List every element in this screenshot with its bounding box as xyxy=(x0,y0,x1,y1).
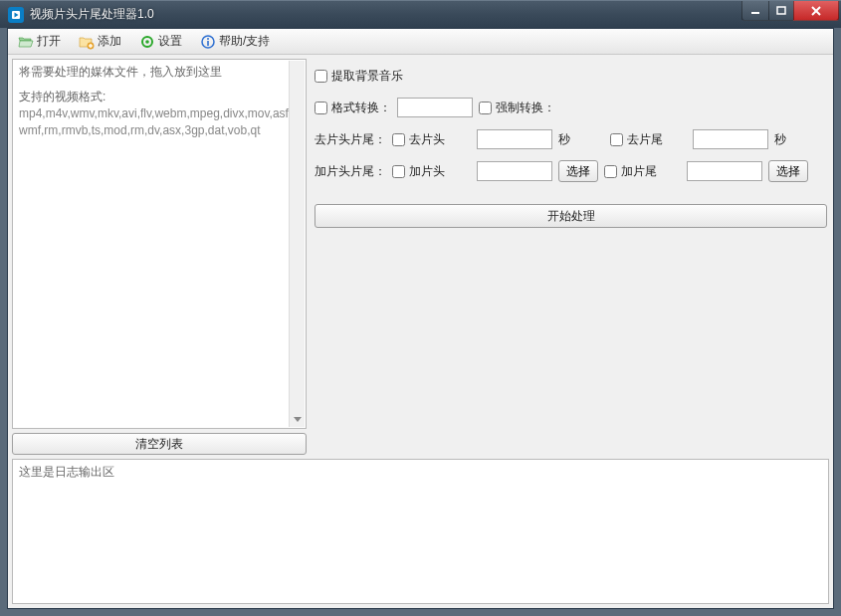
info-icon xyxy=(200,34,216,50)
trim-tail-input[interactable] xyxy=(610,133,623,146)
select-tail-button[interactable]: 选择 xyxy=(768,160,808,182)
format-value-input[interactable] xyxy=(397,98,473,117)
extract-bgm-input[interactable] xyxy=(315,70,327,83)
close-button[interactable] xyxy=(793,1,839,21)
trim-tail-label: 去片尾 xyxy=(627,131,663,148)
client-area: 打开 添加 设置 帮助/支持 xyxy=(7,28,834,609)
add-head-input[interactable] xyxy=(392,165,405,178)
formats-title: 支持的视频格式: xyxy=(19,89,300,105)
maximize-button[interactable] xyxy=(768,1,794,21)
scroll-down-icon[interactable] xyxy=(290,411,305,427)
add-head-checkbox[interactable]: 加片头 xyxy=(392,163,445,180)
log-output[interactable]: 这里是日志输出区 xyxy=(12,459,829,604)
force-convert-checkbox[interactable]: 强制转换： xyxy=(479,100,555,116)
svg-rect-13 xyxy=(207,41,209,46)
trim-head-checkbox[interactable]: 去片头 xyxy=(392,131,445,148)
trim-row-label: 去片头片尾： xyxy=(315,131,386,148)
folder-add-icon xyxy=(79,34,95,50)
svg-point-10 xyxy=(145,40,149,44)
add-label: 添加 xyxy=(98,33,121,50)
trim-head-input[interactable] xyxy=(392,133,405,146)
formats-list: mp4,m4v,wmv,mkv,avi,flv,webm,mpeg,divx,m… xyxy=(19,105,300,139)
help-label: 帮助/支持 xyxy=(219,33,270,50)
left-column: 将需要处理的媒体文件，拖入放到这里 支持的视频格式: mp4,m4v,wmv,m… xyxy=(12,59,307,455)
add-tail-input[interactable] xyxy=(604,165,617,178)
svg-point-12 xyxy=(207,38,209,40)
start-process-button[interactable]: 开始处理 xyxy=(315,204,827,228)
svg-rect-3 xyxy=(777,7,785,14)
svg-marker-14 xyxy=(294,417,302,422)
gear-icon xyxy=(139,34,155,50)
trim-head-value[interactable] xyxy=(477,129,552,149)
settings-label: 设置 xyxy=(158,33,182,50)
select-head-button[interactable]: 选择 xyxy=(558,160,598,182)
open-button[interactable]: 打开 xyxy=(14,31,65,52)
settings-button[interactable]: 设置 xyxy=(135,31,186,52)
file-drop-area[interactable]: 将需要处理的媒体文件，拖入放到这里 支持的视频格式: mp4,m4v,wmv,m… xyxy=(12,59,307,429)
extract-bgm-checkbox[interactable]: 提取背景音乐 xyxy=(315,68,403,85)
trim-tail-checkbox[interactable]: 去片尾 xyxy=(610,131,663,148)
add-tail-checkbox[interactable]: 加片尾 xyxy=(604,163,657,180)
app-title: 视频片头片尾处理器1.0 xyxy=(30,6,154,23)
help-button[interactable]: 帮助/支持 xyxy=(196,31,274,52)
drop-scrollbar[interactable] xyxy=(289,61,305,427)
extract-bgm-label: 提取背景音乐 xyxy=(331,68,403,85)
force-convert-label: 强制转换： xyxy=(496,100,555,116)
app-window: 视频片头片尾处理器1.0 打开 xyxy=(0,0,841,616)
force-convert-input[interactable] xyxy=(479,102,492,114)
add-head-label: 加片头 xyxy=(409,163,445,180)
format-convert-checkbox[interactable]: 格式转换： xyxy=(315,100,391,116)
trim-head-label: 去片头 xyxy=(409,131,445,148)
seconds-label-1: 秒 xyxy=(558,131,570,148)
clear-list-button[interactable]: 清空列表 xyxy=(12,433,307,455)
minimize-button[interactable] xyxy=(741,1,769,21)
upper-panel: 将需要处理的媒体文件，拖入放到这里 支持的视频格式: mp4,m4v,wmv,m… xyxy=(12,59,829,455)
trim-tail-value[interactable] xyxy=(693,129,768,149)
seconds-label-2: 秒 xyxy=(774,131,786,148)
app-icon xyxy=(8,7,24,23)
titlebar[interactable]: 视频片头片尾处理器1.0 xyxy=(0,0,841,28)
log-placeholder: 这里是日志输出区 xyxy=(19,465,114,479)
add-tail-value[interactable] xyxy=(687,161,762,181)
open-label: 打开 xyxy=(37,33,61,50)
drop-hint: 将需要处理的媒体文件，拖入放到这里 xyxy=(19,64,300,81)
toolbar: 打开 添加 设置 帮助/支持 xyxy=(8,29,833,55)
add-button[interactable]: 添加 xyxy=(75,31,125,52)
body: 将需要处理的媒体文件，拖入放到这里 支持的视频格式: mp4,m4v,wmv,m… xyxy=(8,55,833,608)
format-convert-label: 格式转换： xyxy=(331,100,391,116)
options-panel: 提取背景音乐 格式转换： 强制转换： xyxy=(313,59,829,455)
folder-open-icon xyxy=(18,34,34,50)
add-head-value[interactable] xyxy=(477,161,552,181)
window-controls xyxy=(742,1,841,21)
add-row-label: 加片头片尾： xyxy=(315,163,386,180)
add-tail-label: 加片尾 xyxy=(621,163,657,180)
format-convert-input[interactable] xyxy=(315,102,327,114)
